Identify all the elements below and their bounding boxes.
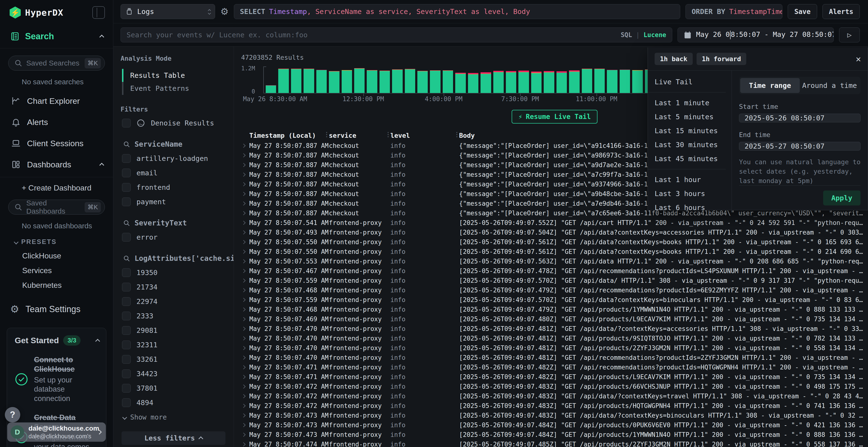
table-row[interactable]: May 27 8:50:07.493 AMfrontend-proxyinfo[… (241, 228, 868, 237)
row-expand-chevron[interactable] (241, 288, 249, 293)
row-expand-chevron[interactable] (241, 172, 249, 177)
row-expand-chevron[interactable] (241, 365, 249, 370)
row-expand-chevron[interactable] (241, 249, 249, 254)
histogram-bar[interactable] (493, 66, 504, 93)
alerts-button[interactable]: Alerts (823, 4, 860, 19)
table-row[interactable]: May 27 8:50:07.472 AMfrontend-proxyinfo[… (241, 391, 868, 401)
lang-toggle-sql[interactable]: SQL (621, 31, 632, 38)
histogram-bar[interactable] (354, 66, 365, 93)
histogram-bar[interactable] (620, 66, 630, 93)
resume-live-tail-button[interactable]: ⚡ Resume Live Tail (512, 110, 598, 124)
checkbox[interactable] (122, 183, 131, 192)
histogram-bar[interactable] (518, 66, 529, 93)
row-expand-chevron[interactable] (241, 240, 249, 244)
time-option[interactable]: Last 15 minutes (648, 124, 732, 138)
row-expand-chevron[interactable] (241, 278, 249, 283)
table-row[interactable]: May 27 8:50:07.470 AMfrontend-proxyinfo[… (241, 343, 868, 353)
row-expand-chevron[interactable] (241, 269, 249, 273)
lang-toggle-lucene[interactable]: Lucene (644, 31, 666, 38)
filter-option[interactable]: 19350 (121, 268, 226, 277)
histogram-bar[interactable] (506, 66, 516, 93)
table-row[interactable]: May 27 8:50:07.550 AMfrontend-proxyinfo[… (241, 237, 868, 247)
filter-option[interactable]: frontend (121, 183, 226, 192)
row-expand-chevron[interactable] (241, 442, 249, 447)
checkbox[interactable] (122, 326, 131, 335)
histogram-bar[interactable] (405, 66, 415, 93)
histogram-bar[interactable] (607, 66, 617, 93)
checkbox[interactable] (122, 169, 131, 177)
sidebar-item-kubernetes[interactable]: Kubernetes (22, 281, 105, 290)
filter-option[interactable]: email (121, 169, 226, 177)
table-row[interactable]: May 27 8:50:07.470 AMfrontend-proxyinfo[… (241, 353, 868, 363)
table-row[interactable]: May 27 8:50:07.559 AMfrontend-proxyinfo[… (241, 295, 868, 305)
filter-option[interactable]: 2333 (121, 312, 226, 320)
table-row[interactable]: May 27 8:50:07.550 AMfrontend-proxyinfo[… (241, 247, 868, 256)
start-time-input[interactable]: 2025-05-26 08:50:07 (739, 114, 861, 122)
histogram-bar[interactable] (582, 66, 592, 93)
row-expand-chevron[interactable] (241, 326, 249, 331)
time-option[interactable]: Last 1 hour (648, 173, 732, 187)
order-by-input[interactable]: ORDER BYTimestampTime DESC (685, 4, 782, 19)
histogram-bar[interactable] (430, 66, 440, 93)
checkbox[interactable] (122, 341, 131, 349)
histogram-bar[interactable] (594, 66, 605, 93)
col-level[interactable]: ⋮level (390, 132, 459, 139)
histogram-bar[interactable] (342, 66, 352, 93)
saved-dashboards-input[interactable]: Saved Dashboards ⌘K (8, 200, 105, 215)
table-row[interactable]: May 27 8:50:07.469 AMfrontend-proxyinfo[… (241, 314, 868, 324)
presets-header[interactable]: PRESETS (14, 238, 105, 246)
row-expand-chevron[interactable] (241, 230, 249, 235)
shift-1h-back-button[interactable]: 1h back (655, 53, 693, 65)
filter-option[interactable]: 34423 (121, 370, 226, 378)
save-button[interactable]: Save (788, 4, 817, 19)
table-row[interactable]: May 27 8:50:07.553 AMfrontend-proxyinfo[… (241, 256, 868, 266)
saved-searches-input[interactable]: Saved Searches ⌘K (8, 56, 105, 71)
time-option[interactable]: Last 45 minutes (648, 152, 732, 166)
less-filters-button[interactable]: Less filters (122, 431, 225, 445)
row-expand-chevron[interactable] (241, 201, 249, 206)
filter-option[interactable]: 37801 (121, 384, 226, 392)
filter-option[interactable]: 33261 (121, 355, 226, 364)
sidebar-collapse-icon[interactable] (92, 6, 105, 19)
histogram-bar[interactable] (455, 66, 466, 93)
table-row[interactable]: May 27 8:50:07.474 AMfrontend-proxyinfo[… (241, 440, 868, 447)
filter-option[interactable]: 21734 (121, 283, 226, 291)
sidebar-item-services[interactable]: Services (22, 266, 105, 275)
col-timestamp[interactable]: Timestamp (Local) (249, 132, 329, 139)
histogram-bar[interactable] (632, 66, 643, 93)
checkbox[interactable] (122, 268, 131, 277)
histogram-bar[interactable] (329, 66, 339, 93)
histogram-bar[interactable] (531, 66, 541, 93)
histogram-bar[interactable] (569, 66, 579, 93)
row-expand-chevron[interactable] (241, 423, 249, 427)
row-expand-chevron[interactable] (241, 433, 249, 437)
histogram-bar[interactable] (278, 66, 289, 93)
table-row[interactable]: May 27 8:50:07.541 AMfrontend-proxyinfo[… (241, 218, 868, 228)
filter-option[interactable]: 4894 (121, 398, 226, 407)
histogram-bar[interactable] (468, 66, 478, 93)
histogram-bar[interactable] (367, 66, 377, 93)
table-row[interactable]: May 27 8:50:07.473 AMfrontend-proxyinfo[… (241, 430, 868, 440)
table-row[interactable]: May 27 8:50:07.468 AMfrontend-proxyinfo[… (241, 305, 868, 314)
filter-option[interactable]: payment (121, 198, 226, 206)
time-option[interactable]: Last 6 hours (648, 201, 732, 210)
histogram-bar[interactable] (544, 66, 554, 93)
create-dashboard-button[interactable]: + Create Dashboard (22, 183, 105, 193)
time-option[interactable]: Last 30 minutes (648, 138, 732, 152)
mode-results-table[interactable]: Results Table (122, 69, 226, 82)
row-expand-chevron[interactable] (241, 211, 249, 215)
mode-event-patterns[interactable]: Event Patterns (122, 82, 226, 95)
get-started-item[interactable]: Connect to ClickHouseSet up your databas… (15, 355, 99, 403)
checkbox[interactable] (122, 384, 131, 392)
histogram-bar[interactable] (304, 66, 314, 93)
row-expand-chevron[interactable] (241, 317, 249, 321)
checkbox[interactable] (122, 119, 131, 128)
histogram-bar[interactable] (480, 66, 491, 93)
date-range-input[interactable]: May 26 08:50:07 - May 27 08:50:07 d (678, 28, 834, 42)
filter-option[interactable]: 32311 (121, 341, 226, 349)
sidebar-item-dashboards[interactable]: Dashboards (0, 154, 113, 175)
table-row[interactable]: May 27 8:50:07.472 AMfrontend-proxyinfo[… (241, 401, 868, 411)
filter-option[interactable]: artillery-loadgen (121, 154, 226, 163)
col-service[interactable]: ⋮service (329, 132, 390, 139)
row-expand-chevron[interactable] (241, 182, 249, 187)
